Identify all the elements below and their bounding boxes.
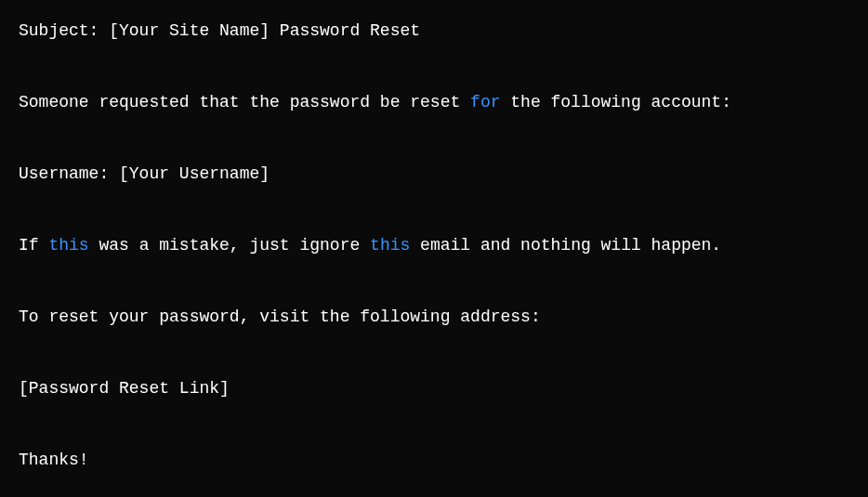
instruction-line: To reset your password, visit the follow… xyxy=(19,305,849,330)
username-line: Username: [Your Username] xyxy=(19,162,849,187)
text-segment: was a mistake, just ignore xyxy=(89,236,370,255)
text-segment: email and nothing will happen. xyxy=(410,236,721,255)
keyword-this: this xyxy=(370,236,410,255)
text-segment: If xyxy=(19,236,48,255)
mistake-line: If this was a mistake, just ignore this … xyxy=(19,233,849,258)
subject-line: Subject: [Your Site Name] Password Reset xyxy=(19,19,849,44)
text-segment: Someone requested that the password be r… xyxy=(19,93,470,111)
keyword-this: this xyxy=(48,236,88,255)
text-segment: the following account: xyxy=(501,93,731,111)
request-line: Someone requested that the password be r… xyxy=(19,90,849,115)
thanks-line: Thanks! xyxy=(19,448,849,473)
keyword-for: for xyxy=(470,93,500,111)
reset-link-line: [Password Reset Link] xyxy=(19,376,849,401)
